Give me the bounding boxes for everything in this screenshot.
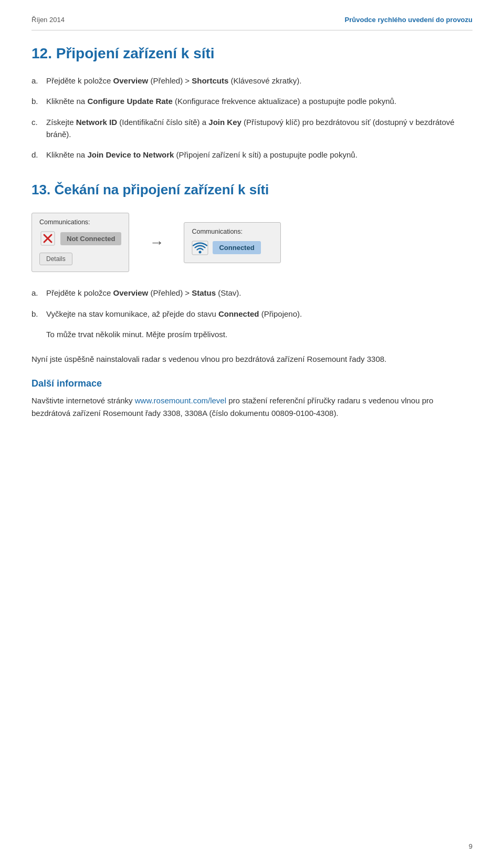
connected-box: Communications: C bbox=[184, 222, 281, 263]
list-content-13a: Přejděte k položce Overview (Přehled) > … bbox=[46, 287, 472, 299]
header-title: Průvodce rychlého uvedení do provozu bbox=[345, 16, 472, 24]
further-info-section: Další informace Navštivte internetové st… bbox=[32, 378, 472, 420]
details-button-area: Details bbox=[39, 249, 121, 265]
not-connected-box: Communications: Not Connected bbox=[32, 213, 129, 272]
list-item-12b: b. Klikněte na Configure Update Rate (Ko… bbox=[32, 95, 472, 107]
not-connected-top-row: Not Connected bbox=[39, 230, 121, 247]
x-icon bbox=[39, 230, 56, 247]
svg-point-4 bbox=[199, 251, 202, 253]
list-label-12d: d. bbox=[32, 149, 46, 161]
connected-top-row: Connected bbox=[192, 239, 273, 256]
list-label-13a: a. bbox=[32, 287, 46, 299]
list-item-13a: a. Přejděte k položce Overview (Přehled)… bbox=[32, 287, 472, 299]
section-13-title: 13. Čekání na připojení zařízení k síti bbox=[32, 182, 472, 198]
details-btn: Details bbox=[39, 253, 72, 265]
list-label-12a: a. bbox=[32, 75, 46, 87]
not-connected-label: Not Connected bbox=[60, 232, 121, 245]
header-date: Říjen 2014 bbox=[32, 16, 65, 24]
list-item-12a: a. Přejděte k položce Overview (Přehled)… bbox=[32, 75, 472, 87]
note-text: To může trvat několik minut. Mějte prosí… bbox=[46, 328, 472, 340]
further-info-link[interactable]: www.rosemount.com/level bbox=[135, 396, 226, 405]
section-12-title: 12. Připojení zařízení k síti bbox=[32, 45, 472, 62]
connected-label: Connected bbox=[213, 241, 260, 254]
list-item-12c: c. Získejte Network ID (Identifikační čí… bbox=[32, 116, 472, 141]
further-info-title: Další informace bbox=[32, 378, 472, 389]
list-label-12b: b. bbox=[32, 95, 46, 107]
list-label-12c: c. bbox=[32, 116, 46, 141]
list-item-13b: b. Vyčkejte na stav komunikace, až přejd… bbox=[32, 308, 472, 320]
section-13: 13. Čekání na připojení zařízení k síti … bbox=[32, 182, 472, 340]
not-connected-area: Not Connected Details bbox=[39, 230, 121, 265]
list-item-12d: d. Klikněte na Join Device to Network (P… bbox=[32, 149, 472, 161]
comm-title-1: Communications: bbox=[39, 218, 121, 226]
further-info-text: Navštivte internetové stránky www.rosemo… bbox=[32, 394, 472, 420]
list-content-13b: Vyčkejte na stav komunikace, až přejde d… bbox=[46, 308, 472, 320]
page-number: 9 bbox=[469, 842, 472, 850]
comm-title-2: Communications: bbox=[192, 228, 273, 235]
list-content-12c: Získejte Network ID (Identifikační číslo… bbox=[46, 116, 472, 141]
list-content-12b: Klikněte na Configure Update Rate (Konfi… bbox=[46, 95, 472, 107]
list-content-12a: Přejděte k položce Overview (Přehled) > … bbox=[46, 75, 472, 87]
wifi-icon bbox=[192, 239, 208, 256]
list-content-12d: Klikněte na Join Device to Network (Přip… bbox=[46, 149, 472, 161]
section-12: 12. Připojení zařízení k síti a. Přejdět… bbox=[32, 45, 472, 161]
communications-diagram: Communications: Not Connected bbox=[32, 213, 472, 272]
page-header: Říjen 2014 Průvodce rychlého uvedení do … bbox=[32, 16, 472, 30]
arrow-right-icon: → bbox=[149, 234, 164, 251]
list-label-13b: b. bbox=[32, 308, 46, 320]
summary-text: Nyní jste úspěšně nainstalovali radar s … bbox=[32, 353, 472, 366]
